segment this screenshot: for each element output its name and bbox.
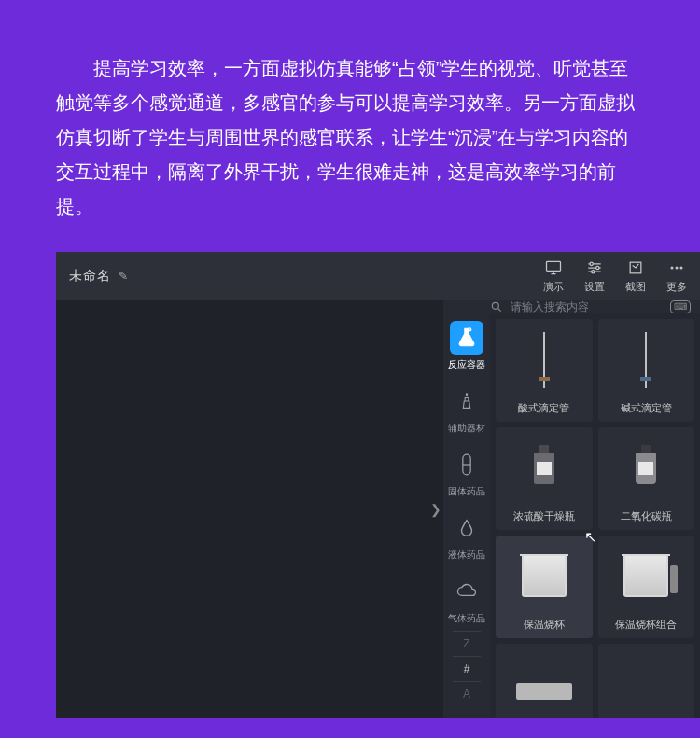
canvas-area[interactable]: ❯ — [56, 300, 443, 718]
capsule-icon — [457, 453, 476, 477]
bottle-icon — [636, 453, 656, 484]
svg-point-6 — [676, 267, 679, 270]
index-letter[interactable]: Z — [453, 631, 481, 656]
sliders-icon — [585, 258, 604, 277]
category-auxiliary[interactable]: 辅助器材 — [443, 377, 490, 440]
flask-icon — [455, 326, 479, 350]
svg-point-3 — [592, 271, 595, 273]
equipment-panel: ⌨ 反应容器 辅助器材 — [443, 300, 700, 718]
edit-title-icon[interactable]: ✎ — [119, 270, 129, 283]
item-sulfuric-drying-bottle[interactable]: 浓硫酸干燥瓶 — [496, 427, 593, 530]
index-letter[interactable]: A — [453, 681, 481, 706]
simulation-app: 未命名 ✎ 演示 设置 截图 更多 ❯ — [56, 252, 700, 718]
more-button[interactable]: 更多 — [666, 258, 687, 294]
svg-point-9 — [469, 328, 471, 331]
more-icon — [667, 258, 686, 277]
document-title: 未命名 — [69, 268, 111, 285]
screenshot-button[interactable]: 截图 — [625, 258, 646, 294]
beaker-icon — [522, 556, 567, 597]
svg-rect-0 — [547, 261, 561, 271]
svg-point-5 — [671, 267, 674, 270]
svg-point-7 — [680, 267, 683, 270]
titlebar: 未命名 ✎ 演示 设置 截图 更多 — [56, 252, 700, 300]
keyboard-icon[interactable]: ⌨ — [670, 300, 691, 313]
article-paragraph: 提高学习效率，一方面虚拟仿真能够“占领”学生的视觉、听觉甚至触觉等多个感觉通道，… — [0, 0, 700, 252]
tray-icon — [516, 683, 572, 700]
monitor-icon — [544, 258, 563, 277]
item-acid-burette[interactable]: 酸式滴定管 — [496, 319, 593, 422]
item-card[interactable] — [598, 644, 695, 718]
item-insulated-beaker[interactable]: 保温烧杯 ↖ — [496, 536, 593, 638]
svg-point-1 — [590, 262, 593, 265]
svg-point-2 — [596, 266, 599, 269]
category-solid[interactable]: 固体药品 — [443, 440, 490, 504]
item-co2-bottle[interactable]: 二氧化碳瓶 — [598, 427, 695, 530]
category-list: 反应容器 辅助器材 固体药品 — [443, 313, 490, 718]
burette-icon — [645, 332, 647, 388]
cloud-icon — [455, 583, 479, 600]
settings-button[interactable]: 设置 — [584, 258, 605, 294]
category-liquid[interactable]: 液体药品 — [443, 504, 490, 567]
crop-icon — [626, 258, 645, 277]
item-card[interactable] — [496, 644, 593, 718]
category-reaction-vessel[interactable]: 反应容器 — [443, 313, 490, 377]
item-base-burette[interactable]: 碱式滴定管 — [598, 319, 695, 422]
search-icon — [490, 300, 503, 313]
index-letter[interactable]: # — [453, 656, 481, 681]
present-button[interactable]: 演示 — [543, 258, 564, 294]
burette-icon — [543, 332, 545, 388]
items-grid: 酸式滴定管 碱式滴定管 浓硫酸干燥瓶 二氧化碳瓶 — [490, 313, 700, 718]
collapse-panel-button[interactable]: ❯ — [428, 498, 443, 521]
beaker-icon — [623, 556, 668, 597]
category-gas[interactable]: 气体药品 — [443, 567, 490, 631]
svg-point-8 — [492, 302, 498, 309]
bottle-icon — [534, 453, 554, 484]
lamp-icon — [456, 391, 477, 411]
search-input[interactable] — [511, 300, 663, 313]
droplet-icon — [456, 518, 477, 538]
item-insulated-beaker-set[interactable]: 保温烧杯组合 — [598, 536, 695, 638]
